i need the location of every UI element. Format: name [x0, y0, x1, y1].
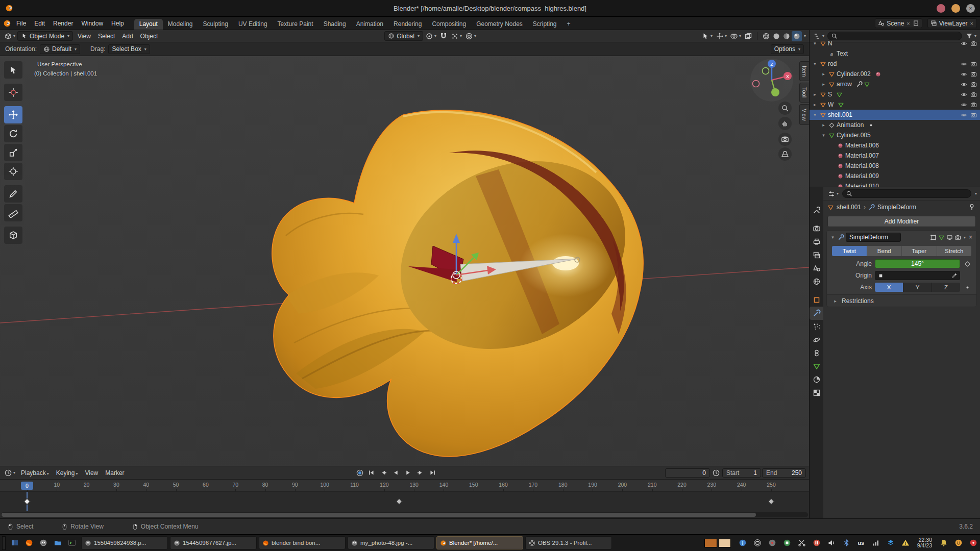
snap-toggle-button[interactable] — [438, 31, 449, 41]
properties-tab-physics[interactable] — [810, 333, 823, 346]
taskbar-window-blender[interactable]: Blender* [/home/... — [436, 536, 523, 549]
workspace-tab-geometry-nodes[interactable]: Geometry Nodes — [471, 19, 528, 30]
launcher-terminal[interactable] — [66, 537, 78, 549]
breadcrumb-modifier[interactable]: SimpleDeform — [877, 204, 916, 211]
minimize-button[interactable] — [937, 4, 945, 13]
viewport-canvas[interactable] — [0, 56, 809, 466]
add-modifier-button[interactable]: Add Modifier — [827, 216, 976, 227]
new-scene-icon[interactable] — [913, 20, 919, 27]
origin-object-field[interactable] — [875, 271, 960, 280]
viewport-3d[interactable]: User Perspective (0) Collection | shell.… — [0, 56, 809, 466]
playback-sync-button[interactable] — [711, 468, 721, 478]
view-layer-selector[interactable]: ViewLayer × — [927, 18, 977, 28]
render-camera-icon[interactable] — [970, 81, 977, 88]
visibility-eye-icon[interactable] — [961, 40, 967, 47]
properties-search-input[interactable] — [842, 189, 971, 198]
timeline-menu-playback[interactable]: Playback▾ — [17, 469, 53, 477]
tray-obs[interactable] — [753, 538, 762, 547]
render-camera-icon[interactable] — [970, 61, 977, 67]
tool-transform-button[interactable] — [4, 163, 22, 180]
visibility-eye-icon[interactable] — [961, 112, 967, 118]
drag-dropdown[interactable]: Select Box ▾ — [108, 44, 150, 54]
viewport-menu-view[interactable]: View — [74, 33, 94, 40]
axis-neg-x-handle[interactable] — [753, 81, 760, 87]
tool-measure-button[interactable] — [4, 204, 22, 221]
outliner-row-cylinder-002[interactable]: ▸Cylinder.002 — [810, 69, 980, 79]
timeline-scrollbar[interactable] — [0, 511, 809, 518]
outliner-filter-button[interactable]: ▾ — [964, 31, 977, 41]
modifier-delete-icon[interactable]: × — [967, 234, 974, 241]
tray-badge[interactable] — [969, 538, 978, 547]
visibility-eye-icon[interactable] — [961, 81, 967, 88]
menu-edit[interactable]: Edit — [30, 18, 49, 29]
current-frame-field[interactable]: 0 — [665, 468, 710, 478]
expand-icon[interactable]: ▸ — [812, 102, 818, 107]
render-camera-icon[interactable] — [970, 102, 977, 108]
animate-dot-icon[interactable] — [964, 284, 971, 291]
tray-keyboard-layout[interactable]: us — [856, 538, 866, 547]
auto-keying-toggle[interactable] — [355, 468, 365, 478]
tray-sync[interactable] — [886, 538, 895, 547]
axis-y-button[interactable]: Y — [903, 283, 932, 292]
outliner-row-material-009[interactable]: Material.009 — [810, 171, 980, 181]
proportional-edit-button[interactable]: ▾ — [464, 31, 477, 41]
scene-selector[interactable]: Scene × — [875, 18, 922, 28]
viewport-menu-select[interactable]: Select — [94, 33, 118, 40]
tool-cursor-button[interactable] — [4, 84, 22, 101]
axis-neg-y-handle[interactable] — [763, 68, 769, 74]
menu-window[interactable]: Window — [77, 18, 107, 29]
tool-move-button[interactable] — [4, 106, 22, 123]
properties-tab-particles[interactable] — [810, 320, 823, 333]
edit-mode-display-icon[interactable] — [930, 234, 937, 241]
tray-warning[interactable]: ! — [901, 538, 910, 547]
workspace-tab-shading[interactable]: Shading — [318, 19, 351, 30]
add-workspace-button[interactable]: + — [562, 19, 576, 30]
properties-tab-render[interactable] — [810, 222, 823, 235]
visibility-eye-icon[interactable] — [961, 102, 967, 108]
outliner-row-w[interactable]: ▸W — [810, 99, 980, 110]
orientation-dropdown[interactable]: Default ▾ — [40, 44, 80, 54]
workspace-tab-rendering[interactable]: Rendering — [388, 19, 427, 30]
maximize-button[interactable] — [951, 4, 960, 13]
tool-select-box-button[interactable] — [4, 61, 22, 79]
expand-icon[interactable]: ▸ — [812, 92, 818, 97]
outliner-search-input[interactable] — [827, 32, 962, 40]
properties-tab-scene[interactable] — [810, 262, 823, 275]
properties-tab-constraints[interactable] — [810, 346, 823, 360]
keyframe-marker[interactable] — [396, 498, 403, 505]
playhead-handle[interactable]: 0 — [21, 482, 33, 490]
shading-rendered-button[interactable] — [792, 31, 802, 41]
expand-icon[interactable]: ▾ — [820, 133, 827, 138]
properties-editor-type-button[interactable]: ▾ — [826, 189, 840, 199]
angle-slider[interactable]: 145° — [875, 259, 960, 268]
workspace-tab-compositing[interactable]: Compositing — [427, 19, 471, 30]
visibility-eye-icon[interactable] — [961, 61, 967, 67]
shading-wireframe-button[interactable] — [761, 31, 771, 41]
clock[interactable]: 22:30 9/4/23 — [917, 537, 932, 548]
expand-icon[interactable]: ▸ — [820, 122, 827, 128]
outliner-row-s[interactable]: ▸S — [810, 89, 980, 99]
outliner-row-material-008[interactable]: Material.008 — [810, 161, 980, 171]
color-swatch[interactable] — [718, 539, 731, 547]
timeline-menu-view[interactable]: View — [81, 469, 102, 477]
axis-z-button[interactable]: Z — [932, 283, 960, 292]
properties-tab-texture[interactable] — [810, 386, 823, 399]
sidebar-tab-tool[interactable]: Tool — [799, 83, 809, 102]
sidebar-tab-item[interactable]: Item — [799, 61, 809, 81]
timeline-menu-marker[interactable]: Marker — [102, 469, 128, 477]
outliner-row-arrow[interactable]: ▸arrow — [810, 79, 980, 89]
show-desktop-button[interactable] — [2, 536, 6, 550]
tray-bluetooth[interactable] — [842, 538, 851, 547]
gizmos-button[interactable]: ▾ — [715, 31, 728, 41]
visibility-eye-icon[interactable] — [961, 71, 967, 78]
selectability-visibility-button[interactable]: ▾ — [700, 31, 714, 41]
pivot-point-button[interactable]: ▾ — [424, 31, 437, 41]
taskbar-window-gimp[interactable]: 1550459824938.p... — [81, 536, 168, 549]
axis-y-handle[interactable] — [771, 88, 779, 96]
viewport-menu-object[interactable]: Object — [137, 33, 162, 40]
modifier-extras-icon[interactable]: ▾ — [964, 235, 966, 240]
deform-mode-taper-button[interactable]: Taper — [902, 246, 937, 256]
expand-icon[interactable]: ▾ — [812, 41, 818, 46]
tray-network[interactable] — [871, 538, 880, 547]
deform-mode-stretch-button[interactable]: Stretch — [937, 246, 972, 256]
